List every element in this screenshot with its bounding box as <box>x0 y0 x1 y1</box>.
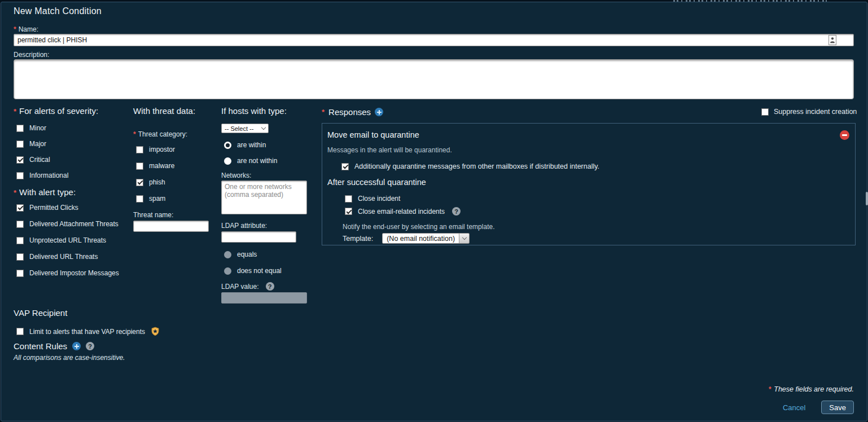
checkbox-malware[interactable]: malware <box>136 162 221 170</box>
checkbox-close-email-related[interactable]: Close email-related incidents ? <box>345 207 849 216</box>
checkbox[interactable] <box>345 195 352 203</box>
responses-heading-row: * Responses <box>322 107 383 117</box>
checkbox-phish[interactable]: phish <box>136 178 221 186</box>
remove-response-icon[interactable] <box>840 130 849 140</box>
host-type-select[interactable]: -- Select -- <box>221 124 269 133</box>
checkbox-spam[interactable]: spam <box>136 195 221 203</box>
ldap-value-input <box>221 292 307 304</box>
hosts-section: If hosts with type: -- Select -- are wit… <box>221 106 312 304</box>
template-label: Template: <box>343 235 373 243</box>
vap-heading-text: VAP Recipient <box>14 308 67 318</box>
checkbox-label: Minor <box>29 124 46 132</box>
checkbox[interactable] <box>345 208 352 215</box>
radio[interactable] <box>224 157 231 165</box>
checkbox-vap-limit[interactable]: Limit to alerts that have VAP recipients <box>16 327 160 336</box>
required-asterisk: * <box>14 107 16 116</box>
checkbox[interactable] <box>16 253 24 261</box>
checkbox-permitted-clicks[interactable]: Permitted Clicks <box>16 204 132 212</box>
checkbox[interactable] <box>761 108 769 116</box>
radio-label: are within <box>237 141 266 149</box>
chevron-down-icon <box>261 125 266 130</box>
checkbox-major[interactable]: Major <box>16 140 132 148</box>
checkbox[interactable] <box>16 237 24 244</box>
ldap-value-label-row: LDAP value: ? <box>221 282 312 291</box>
close-email-help-icon[interactable]: ? <box>452 207 461 216</box>
checkbox-informational[interactable]: Informational <box>16 172 132 179</box>
checkbox-delivered-attachment-threats[interactable]: Delivered Attachment Threats <box>16 220 132 228</box>
checkbox[interactable] <box>16 172 24 179</box>
required-asterisk: * <box>14 25 16 33</box>
checkbox-label: Close email-related incidents <box>358 208 445 216</box>
ldap-attribute-label-row: LDAP attribute: <box>221 222 312 230</box>
hosts-heading-text: If hosts with type: <box>221 106 287 116</box>
description-textarea[interactable] <box>14 59 854 99</box>
checkbox-delivered-url-threats[interactable]: Delivered URL Threats <box>16 253 132 261</box>
checkbox[interactable] <box>16 156 24 164</box>
save-button[interactable]: Save <box>821 401 854 414</box>
checkbox[interactable] <box>16 204 24 212</box>
template-select[interactable]: (No email notification) <box>382 233 470 244</box>
ldap-value-help-icon[interactable]: ? <box>266 282 274 291</box>
add-response-icon[interactable] <box>375 108 383 116</box>
after-quarantine-heading: After successful quarantine <box>327 178 849 187</box>
checkbox-label: Delivered Attachment Threats <box>29 220 119 228</box>
alert-type-heading: * With alert type: <box>14 187 132 197</box>
checkbox[interactable] <box>16 221 24 228</box>
checkbox[interactable] <box>136 195 143 203</box>
checkbox-delivered-impostor-messages[interactable]: Delivered Impostor Messages <box>16 269 132 277</box>
checkbox-unprotected-url-threats[interactable]: Unprotected URL Threats <box>16 236 132 244</box>
radio[interactable] <box>224 142 231 149</box>
checkbox[interactable] <box>16 140 24 148</box>
checkbox[interactable] <box>136 179 143 186</box>
template-row: Template: (No email notification) <box>343 233 849 244</box>
ldap-value-label: LDAP value: <box>221 283 259 291</box>
checkbox[interactable] <box>16 125 24 132</box>
checkbox-label: impostor <box>149 146 175 153</box>
checkbox[interactable] <box>341 163 349 170</box>
checkbox-label: Close incident <box>358 195 400 203</box>
radio-equals[interactable]: equals <box>224 250 312 258</box>
networks-textarea[interactable] <box>221 181 307 214</box>
content-rules-section: Content Rules ? All comparisons are case… <box>14 341 125 362</box>
checkbox-close-incident[interactable]: Close incident <box>345 195 849 203</box>
name-label: Name: <box>19 25 38 33</box>
checkbox-label: Unprotected URL Threats <box>29 236 106 244</box>
checkbox[interactable] <box>16 270 24 277</box>
ldap-attribute-label: LDAP attribute: <box>221 222 267 230</box>
radio[interactable] <box>224 267 231 275</box>
radio[interactable] <box>224 251 231 258</box>
severity-heading-text: For alerts of severity: <box>19 106 98 116</box>
checkbox-impostor[interactable]: impostor <box>136 146 221 153</box>
threat-category-label: Threat category: <box>138 130 187 138</box>
threat-data-heading: With threat data: <box>133 106 221 116</box>
content-rules-help-icon[interactable]: ? <box>86 342 94 350</box>
threat-name-label: Threat name: <box>133 211 173 219</box>
checkbox-label: Major <box>29 140 46 148</box>
checkbox-critical[interactable]: Critical <box>16 156 132 164</box>
threat-category-label-row: * Threat category: <box>133 130 221 138</box>
page-title: New Match Condition <box>14 6 102 16</box>
threat-name-input[interactable] <box>133 221 209 232</box>
name-input[interactable] <box>14 34 854 46</box>
checkbox[interactable] <box>136 146 143 153</box>
checkbox[interactable] <box>136 162 143 170</box>
checkbox-suppress-incident-creation[interactable]: Suppress incident creation <box>761 108 857 116</box>
radio-are-not-within[interactable]: are not within <box>224 157 312 165</box>
required-asterisk: * <box>769 385 771 393</box>
vap-section: VAP Recipient Limit to alerts that have … <box>14 308 160 344</box>
checkbox-label: Suppress incident creation <box>774 108 857 116</box>
add-content-rule-icon[interactable] <box>72 342 81 350</box>
footer-actions: Cancel Save <box>783 401 854 414</box>
content-rules-note: All comparisons are case-insensitive. <box>14 354 125 362</box>
checkbox-label: Additionally quarantine messages from ot… <box>354 162 599 170</box>
ldap-attribute-input[interactable] <box>221 231 296 243</box>
checkbox-additionally-quarantine[interactable]: Additionally quarantine messages from ot… <box>341 162 849 170</box>
checkbox-minor[interactable]: Minor <box>16 124 132 132</box>
cancel-button[interactable]: Cancel <box>783 403 805 412</box>
autofill-icon[interactable] <box>828 35 836 45</box>
checkbox[interactable] <box>16 328 24 335</box>
radio-are-within[interactable]: are within <box>224 141 312 149</box>
radio-does-not-equal[interactable]: does not equal <box>224 267 312 275</box>
scrollbar-thumb[interactable] <box>866 192 868 205</box>
required-asterisk: * <box>133 130 136 138</box>
